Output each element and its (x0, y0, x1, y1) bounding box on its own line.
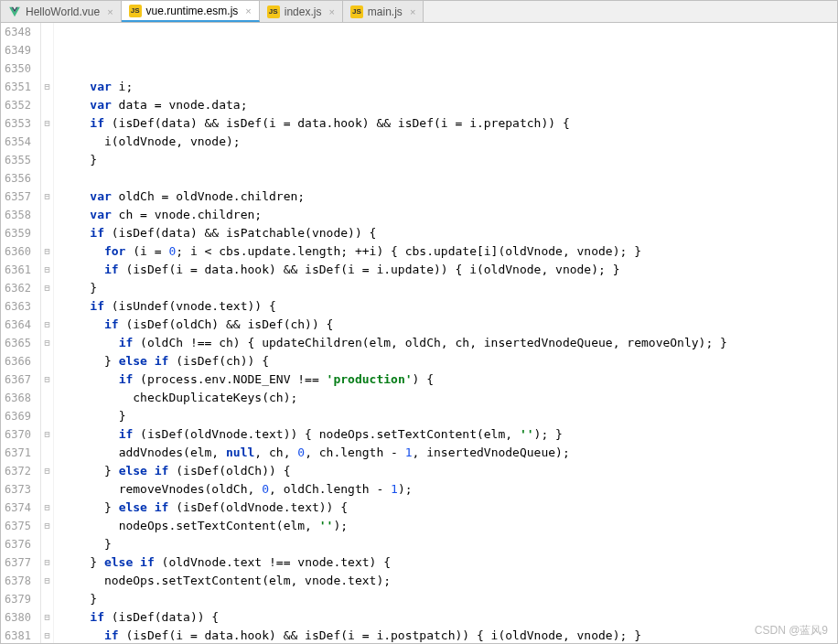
line-number: 6378 (5, 572, 31, 590)
code-line[interactable]: i(oldVnode, vnode); (61, 133, 837, 151)
token-kw: else if (119, 500, 169, 514)
close-icon[interactable]: × (107, 6, 113, 17)
code-line[interactable]: } (61, 279, 837, 297)
token-kw: if (90, 610, 104, 624)
line-number: 6372 (5, 462, 31, 480)
token-id: } (90, 281, 97, 295)
code-line[interactable]: } else if (oldVnode.text !== vnode.text)… (61, 553, 837, 572)
token-str: '' (319, 519, 334, 532)
token-id: } (90, 153, 97, 166)
code-line[interactable]: addVnodes(elm, null, ch, 0, ch.length - … (61, 444, 837, 462)
token-id: (i = (125, 244, 168, 258)
js-icon: JS (129, 5, 142, 17)
fold-toggle-icon[interactable]: ⊟ (41, 188, 53, 206)
code-line[interactable] (61, 59, 837, 78)
fold-toggle-icon[interactable]: ⊟ (41, 78, 53, 96)
fold-toggle-icon[interactable]: ⊟ (41, 608, 53, 627)
code-content[interactable]: var i; var data = vnode.data; if (isDef(… (54, 23, 837, 643)
fold-toggle-icon[interactable]: ⊟ (41, 261, 53, 279)
line-number: 6357 (5, 188, 31, 206)
fold-column: ⊟⊟⊟⊟⊟⊟⊟⊟⊟⊟⊟⊟⊟⊟⊟⊟⊟ (41, 23, 54, 643)
code-line[interactable]: if (process.env.NODE_ENV !== 'production… (61, 370, 837, 389)
editor-window: HelloWorld.vue×JSvue.runtime.esm.js×JSin… (0, 0, 838, 644)
tab-main-js[interactable]: JSmain.js× (343, 1, 424, 22)
code-line[interactable]: for (i = 0; i < cbs.update.length; ++i) … (61, 242, 837, 261)
tab-helloworld-vue[interactable]: HelloWorld.vue× (1, 1, 122, 22)
fold-spacer (41, 169, 53, 188)
code-line[interactable]: if (isDef(oldVnode.text)) { nodeOps.setT… (61, 425, 837, 444)
line-number: 6381 (5, 627, 31, 643)
code-line[interactable]: var i; (61, 78, 837, 96)
fold-toggle-icon[interactable]: ⊟ (41, 370, 53, 389)
token-id: } (104, 537, 112, 551)
fold-spacer (41, 297, 53, 316)
fold-toggle-icon[interactable]: ⊟ (41, 462, 53, 480)
close-icon[interactable]: × (410, 6, 415, 17)
token-id: ); (398, 482, 413, 496)
code-line[interactable]: nodeOps.setTextContent(elm, ''); (61, 517, 837, 535)
fold-toggle-icon[interactable]: ⊟ (41, 316, 53, 334)
fold-toggle-icon[interactable]: ⊟ (41, 553, 53, 572)
tab-index-js[interactable]: JSindex.js× (260, 1, 343, 22)
token-id: (isDef(data) && isDef(i = data.hook) && … (104, 116, 570, 130)
line-number: 6348 (5, 23, 31, 41)
token-id: (isDef(data) && isPatchable(vnode)) { (104, 226, 376, 240)
code-line[interactable]: if (isDef(i = data.hook) && isDef(i = i.… (61, 261, 837, 279)
code-line[interactable]: if (isDef(oldCh) && isDef(ch)) { (61, 316, 837, 334)
tab-vue-runtime-esm-js[interactable]: JSvue.runtime.esm.js× (122, 1, 260, 22)
close-icon[interactable]: × (328, 6, 334, 17)
token-id: , oldCh.length - (269, 482, 391, 496)
token-kw: var (90, 98, 111, 112)
fold-spacer (41, 444, 53, 462)
code-line[interactable]: var data = vnode.data; (61, 96, 837, 114)
code-line[interactable]: } else if (isDef(ch)) { (61, 352, 837, 370)
code-line[interactable]: if (isDef(data) && isDef(i = data.hook) … (61, 114, 837, 133)
code-line[interactable]: if (isDef(i = data.hook) && isDef(i = i.… (61, 627, 837, 643)
code-line[interactable]: if (isUndef(vnode.text)) { (61, 297, 837, 316)
token-id: (oldCh !== ch) { updateChildren(elm, old… (133, 336, 727, 349)
token-id: (isDef(oldVnode.text)) { nodeOps.setText… (133, 427, 520, 441)
token-str: 'production' (327, 372, 413, 386)
fold-spacer (41, 352, 53, 370)
token-id: , ch.length - (305, 445, 405, 459)
token-kw: if (90, 226, 104, 240)
fold-toggle-icon[interactable]: ⊟ (41, 517, 53, 535)
code-line[interactable]: var ch = vnode.children; (61, 206, 837, 224)
code-line[interactable]: var oldCh = oldVnode.children; (61, 188, 837, 206)
line-number: 6358 (5, 206, 31, 224)
token-id: , ch, (254, 445, 297, 459)
fold-toggle-icon[interactable]: ⊟ (41, 425, 53, 444)
token-id: addVnodes(elm, (119, 445, 226, 459)
code-line[interactable]: } else if (isDef(oldVnode.text)) { (61, 499, 837, 517)
code-line[interactable]: } (61, 407, 837, 425)
code-line[interactable] (61, 169, 837, 188)
code-line[interactable]: } (61, 535, 837, 553)
code-line[interactable]: if (isDef(data)) { (61, 608, 837, 627)
token-id: (isDef(oldCh) && isDef(ch)) { (119, 317, 334, 331)
code-line[interactable]: } else if (isDef(oldCh)) { (61, 462, 837, 480)
token-id: (isDef(oldVnode.text)) { (168, 500, 348, 514)
tab-label: HelloWorld.vue (26, 5, 100, 18)
code-line[interactable]: if (isDef(data) && isPatchable(vnode)) { (61, 224, 837, 242)
code-line[interactable]: } (61, 590, 837, 608)
token-id: (isDef(data)) { (104, 610, 219, 624)
fold-toggle-icon[interactable]: ⊟ (41, 572, 53, 590)
fold-toggle-icon[interactable]: ⊟ (41, 334, 53, 352)
code-line[interactable]: checkDuplicateKeys(ch); (61, 389, 837, 407)
line-number: 6350 (5, 59, 31, 78)
code-line[interactable]: } (61, 151, 837, 169)
token-id: } (90, 555, 104, 569)
code-line[interactable]: removeVnodes(oldCh, 0, oldCh.length - 1)… (61, 480, 837, 499)
code-line[interactable]: nodeOps.setTextContent(elm, vnode.text); (61, 572, 837, 590)
fold-toggle-icon[interactable]: ⊟ (41, 242, 53, 261)
fold-toggle-icon[interactable]: ⊟ (41, 114, 53, 133)
close-icon[interactable]: × (245, 5, 251, 16)
code-line[interactable]: if (oldCh !== ch) { updateChildren(elm, … (61, 334, 837, 352)
fold-toggle-icon[interactable]: ⊟ (41, 627, 53, 643)
token-id: (isDef(i = data.hook) && isDef(i = i.upd… (119, 263, 620, 276)
fold-toggle-icon[interactable]: ⊟ (41, 499, 53, 517)
line-number: 6349 (5, 41, 31, 59)
fold-toggle-icon[interactable]: ⊟ (41, 279, 53, 297)
line-number: 6354 (5, 133, 31, 151)
js-icon: JS (267, 5, 280, 18)
